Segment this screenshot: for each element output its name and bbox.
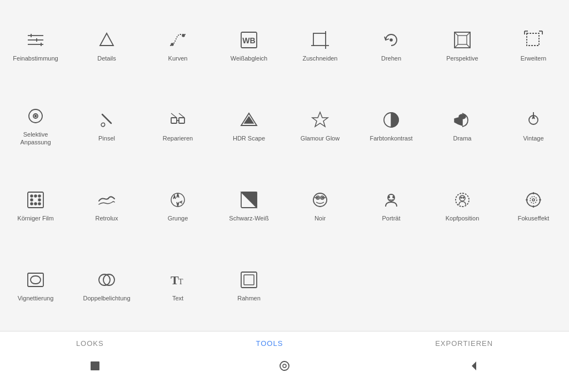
svg-line-20 <box>455 44 458 48</box>
vintage-label: Vintage <box>523 134 543 142</box>
glamourglow-label: Glamour Glow <box>301 134 340 142</box>
svg-point-52 <box>34 203 37 205</box>
svg-marker-6 <box>100 33 113 46</box>
text-icon: T T <box>168 269 188 291</box>
fokuseffekt-label: Fokuseffekt <box>518 214 550 222</box>
svg-rect-33 <box>179 118 184 123</box>
tool-weissabgleich[interactable]: WB Weißabgleich <box>213 6 284 86</box>
tab-tools[interactable]: TOOLS <box>244 339 294 348</box>
tool-drehen[interactable]: Drehen <box>356 6 427 86</box>
svg-rect-23 <box>527 33 539 46</box>
stop-button[interactable] <box>86 356 104 375</box>
kurven-label: Kurven <box>168 54 188 62</box>
tool-glamourglow[interactable]: Glamour Glow <box>284 86 356 165</box>
svg-point-72 <box>532 199 535 201</box>
drehen-label: Drehen <box>381 54 401 62</box>
tool-rahmen[interactable]: Rahmen <box>213 245 284 325</box>
tool-zuschneiden[interactable]: Zuschneiden <box>284 6 356 86</box>
svg-point-49 <box>31 199 33 201</box>
svg-point-47 <box>34 195 37 197</box>
back-button[interactable] <box>465 356 483 375</box>
svg-point-69 <box>463 197 464 198</box>
tool-noir[interactable]: Noir <box>284 165 356 245</box>
svg-point-16 <box>390 39 392 41</box>
svg-point-48 <box>38 195 41 197</box>
tool-vignettierung[interactable]: Vignettierung <box>0 245 71 325</box>
text-label: Text <box>172 294 183 302</box>
tool-selektive[interactable]: Selektive Anpassung <box>0 86 71 165</box>
tab-looks[interactable]: LOOKS <box>65 339 115 348</box>
glamourglow-icon <box>310 109 330 131</box>
vignettierung-icon <box>26 269 46 291</box>
zuschneiden-label: Zuschneiden <box>303 54 338 62</box>
tool-drama[interactable]: Drama <box>427 86 498 165</box>
svg-rect-78 <box>31 276 41 284</box>
svg-point-46 <box>31 195 33 197</box>
tool-fokuseffekt[interactable]: Fokuseffekt <box>498 165 569 245</box>
tool-doppelbelichtung[interactable]: Doppelbelichtung <box>71 245 142 325</box>
noir-icon <box>310 189 330 211</box>
hdrscape-label: HDR Scape <box>233 134 265 142</box>
rahmen-icon <box>239 269 259 291</box>
svg-rect-45 <box>28 192 43 208</box>
schwarzweiss-label: Schwarz-Weiß <box>229 214 268 222</box>
svg-line-31 <box>102 114 111 123</box>
svg-point-7 <box>171 43 173 46</box>
tool-schwarzweiss[interactable]: Schwarz-Weiß <box>213 165 284 245</box>
tool-grunge[interactable]: Grunge <box>142 165 213 245</box>
svg-text:T: T <box>178 278 183 286</box>
bottom-nav: LOOKS TOOLS EXPORTIEREN <box>0 331 569 392</box>
home-button[interactable] <box>275 356 294 375</box>
tool-reparieren[interactable]: Reparieren <box>142 86 213 165</box>
tool-farbtonkontrast[interactable]: Farbtonkontrast <box>356 86 427 165</box>
schwarzweiss-icon <box>239 189 259 211</box>
selektive-icon <box>26 105 46 127</box>
kopfposition-label: Kopfposition <box>446 214 480 222</box>
svg-point-61 <box>317 197 318 198</box>
tool-kornigerfilm[interactable]: Körniger Film <box>0 165 71 245</box>
erweitern-icon <box>523 29 543 51</box>
svg-point-50 <box>38 199 41 201</box>
farbtonkontrast-label: Farbtonkontrast <box>370 134 412 142</box>
vignettierung-label: Vignettierung <box>18 294 54 302</box>
reparieren-label: Reparieren <box>163 134 193 142</box>
drama-label: Drama <box>453 134 471 142</box>
doppelbelichtung-label: Doppelbelichtung <box>83 294 130 302</box>
tool-details[interactable]: Details <box>71 6 142 86</box>
selektive-label: Selektive Anpassung <box>11 130 61 147</box>
svg-rect-83 <box>241 272 257 288</box>
tool-vintage[interactable]: Vintage <box>498 86 569 165</box>
kornigerfilm-icon <box>26 189 46 211</box>
tool-empty-2 <box>356 245 427 325</box>
doppelbelichtung-icon <box>97 269 117 291</box>
svg-point-53 <box>38 203 41 205</box>
tool-feinabstimmung[interactable]: Feinabstimmung <box>0 6 71 86</box>
svg-line-18 <box>455 32 458 36</box>
tool-kurven[interactable]: Kurven <box>142 6 213 86</box>
svg-marker-39 <box>312 112 328 127</box>
svg-text:WB: WB <box>242 36 255 45</box>
perspektive-icon <box>452 29 472 51</box>
bottom-buttons <box>0 352 569 383</box>
tools-grid: Feinabstimmung Details Kurven WB Weißabg… <box>0 0 569 331</box>
svg-rect-22 <box>458 36 467 44</box>
pinsel-label: Pinsel <box>98 134 115 142</box>
weissabgleich-label: Weißabgleich <box>231 54 267 62</box>
svg-line-19 <box>467 32 470 36</box>
details-label: Details <box>97 54 116 62</box>
tool-perspektive[interactable]: Perspektive <box>427 6 498 86</box>
tool-empty-1 <box>284 245 356 325</box>
tool-text[interactable]: T T Text <box>142 245 213 325</box>
tool-pinsel[interactable]: Pinsel <box>71 86 142 165</box>
tool-portrat[interactable]: Porträt <box>356 165 427 245</box>
tool-retrolux[interactable]: Retrolux <box>71 165 142 245</box>
portrat-icon <box>381 189 401 211</box>
tool-hdrscape[interactable]: HDR Scape <box>213 86 284 165</box>
tool-erweitern[interactable]: Erweitern <box>498 6 569 86</box>
kornigerfilm-label: Körniger Film <box>17 214 53 222</box>
svg-point-71 <box>530 197 537 203</box>
tab-exportieren[interactable]: EXPORTIEREN <box>424 339 504 348</box>
svg-rect-32 <box>171 118 177 123</box>
svg-marker-88 <box>472 361 476 370</box>
tool-kopfposition[interactable]: Kopfposition <box>427 165 498 245</box>
